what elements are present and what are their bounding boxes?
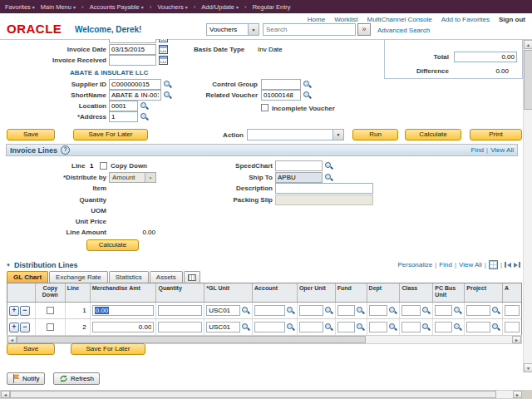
scroll-up-arrow-icon[interactable]: ▲ [524, 40, 532, 49]
location-lookup-icon[interactable] [140, 101, 149, 111]
breadcrumb-accounts-payable[interactable]: Accounts Payable ▾ [90, 3, 144, 11]
fund-lookup-icon[interactable] [356, 323, 365, 332]
vertical-scrollbar-thumb[interactable] [524, 50, 532, 110]
horizontal-scrollbar-track[interactable] [496, 391, 513, 398]
first-row-icon[interactable] [505, 262, 511, 268]
view-all-link[interactable]: View All [490, 146, 514, 154]
pc-bus-unit-input[interactable] [435, 305, 452, 316]
sign-out-link[interactable]: Sign out [499, 16, 525, 23]
oper-unit-lookup-icon[interactable] [324, 323, 333, 332]
control-group-input[interactable] [261, 79, 301, 90]
run-button[interactable]: Run [352, 129, 398, 140]
find-link[interactable]: Find [470, 146, 484, 154]
grid-scrollbar-thumb[interactable] [17, 336, 366, 343]
scroll-left-arrow-icon[interactable]: ◄ [1, 391, 10, 398]
project-input[interactable] [466, 322, 490, 332]
scroll-left-arrow-icon[interactable]: ◄ [7, 336, 17, 343]
save-button[interactable]: Save [7, 129, 55, 140]
dept-input[interactable] [369, 322, 388, 332]
search-go-button[interactable]: » [357, 23, 371, 36]
breadcrumb-favorites[interactable]: Favorites ▾ [5, 3, 35, 11]
shortname-lookup-icon[interactable] [163, 91, 172, 100]
download-grid-icon[interactable] [489, 260, 498, 269]
save-for-later-button[interactable]: Save For Later [73, 129, 148, 140]
scroll-right-arrow-icon[interactable]: ► [513, 391, 522, 398]
address-input[interactable] [109, 111, 138, 122]
notify-button[interactable]: Notify [7, 372, 45, 385]
calendar-icon[interactable] [159, 45, 168, 54]
scroll-right-arrow-icon[interactable]: ► [512, 336, 521, 343]
oper-unit-input[interactable] [299, 322, 323, 332]
class-lookup-icon[interactable] [421, 306, 431, 315]
scroll-down-arrow-icon[interactable]: ▼ [524, 363, 532, 372]
dept-lookup-icon[interactable] [388, 323, 397, 332]
shortname-input[interactable] [109, 90, 161, 101]
project-lookup-icon[interactable] [491, 323, 500, 332]
merchandise-amt-input[interactable]: 0.00 [92, 305, 155, 316]
calendar-icon[interactable] [159, 56, 168, 65]
address-lookup-icon[interactable] [140, 112, 149, 121]
distribute-by-select[interactable]: Amount ▼ [109, 172, 156, 183]
tab-exchange-rate[interactable]: Exchange Rate [49, 271, 108, 283]
breadcrumb-vouchers[interactable]: Vouchers ▾ [157, 3, 187, 11]
breadcrumb-add-update[interactable]: Add/Update ▾ [201, 3, 239, 11]
print-button[interactable]: Print [470, 129, 522, 140]
gl-unit-input[interactable] [206, 322, 240, 332]
related-voucher-lookup-icon[interactable] [303, 91, 312, 100]
refresh-button[interactable]: Refresh [53, 372, 100, 385]
supplier-id-input[interactable] [109, 79, 161, 90]
pc-bus-unit-lookup-icon[interactable] [453, 323, 462, 332]
incomplete-voucher-checkbox[interactable] [261, 104, 268, 111]
save-button-bottom[interactable]: Save [7, 343, 55, 355]
invoice-date-input[interactable] [109, 44, 156, 55]
pc-bus-unit-input[interactable] [435, 322, 452, 332]
project-input[interactable] [466, 305, 490, 316]
clipped-field-input[interactable] [109, 39, 156, 43]
account-input[interactable] [254, 322, 285, 332]
oper-unit-lookup-icon[interactable] [324, 306, 333, 315]
link-multichannel-console[interactable]: MultiChannel Console [367, 16, 431, 23]
quantity-input[interactable] [158, 305, 202, 316]
copy-down-checkbox[interactable] [100, 162, 107, 170]
oper-unit-input[interactable] [299, 305, 323, 316]
supplier-name-link[interactable]: ABATE & INSULATE LLC [70, 69, 148, 76]
help-icon[interactable]: ? [61, 145, 70, 155]
grid-scrollbar-track[interactable] [366, 336, 512, 343]
dept-input[interactable] [369, 305, 388, 316]
tab-assets[interactable]: Assets [150, 271, 183, 283]
tab-gl-chart[interactable]: GL Chart [7, 271, 48, 283]
link-worklist[interactable]: Worklist [334, 16, 357, 23]
last-row-icon[interactable] [514, 262, 520, 268]
dist-view-all-link[interactable]: View All [459, 261, 482, 268]
delete-row-button[interactable]: − [20, 306, 30, 316]
action-select[interactable]: ▼ [247, 129, 344, 140]
add-row-button[interactable]: + [9, 323, 19, 332]
invoice-received-input[interactable] [109, 55, 156, 66]
speedchart-lookup-icon[interactable] [324, 161, 333, 170]
personalize-link[interactable]: Personalize [397, 261, 432, 268]
pc-bus-unit-lookup-icon[interactable] [453, 306, 462, 315]
ship-to-input[interactable] [275, 172, 323, 183]
page-vertical-scrollbar[interactable]: ▲ ▼ [523, 40, 532, 372]
fund-lookup-icon[interactable] [356, 306, 365, 315]
total-input[interactable] [454, 52, 517, 62]
control-group-lookup-icon[interactable] [303, 80, 312, 89]
breadcrumb-main-menu[interactable]: Main Menu ▾ [41, 3, 76, 11]
class-input[interactable] [401, 305, 421, 316]
link-home[interactable]: Home [308, 16, 325, 23]
account-lookup-icon[interactable] [286, 323, 295, 332]
show-all-columns-tab[interactable] [184, 271, 200, 283]
class-input[interactable] [401, 322, 421, 332]
speedchart-input[interactable] [275, 160, 323, 171]
link-add-to-favorites[interactable]: Add to Favorites [441, 16, 490, 23]
account-lookup-icon[interactable] [286, 306, 295, 315]
gl-unit-input[interactable] [206, 305, 240, 316]
location-input[interactable] [109, 101, 138, 111]
search-scope-select[interactable]: Vouchers ▼ [206, 23, 259, 36]
add-row-button[interactable]: + [9, 306, 19, 316]
description-input[interactable] [275, 183, 373, 194]
account-input[interactable] [254, 305, 285, 316]
clipped-input[interactable] [505, 322, 520, 332]
supplier-id-lookup-icon[interactable] [163, 80, 172, 89]
advanced-search-link[interactable]: Advanced Search [377, 27, 430, 34]
